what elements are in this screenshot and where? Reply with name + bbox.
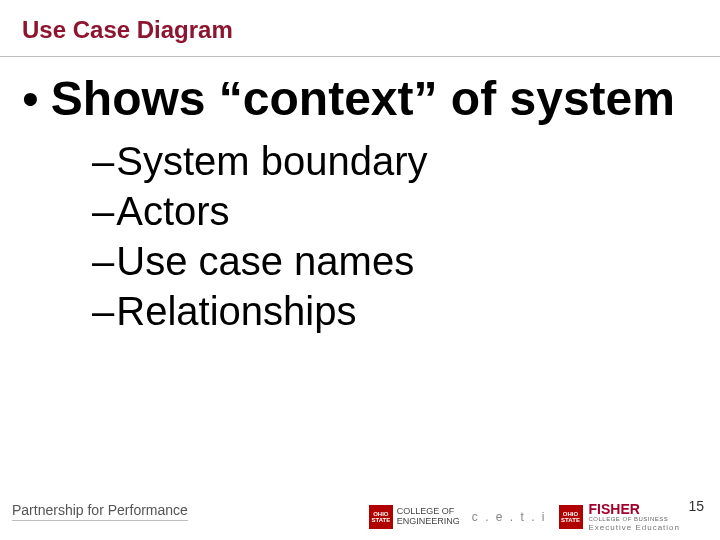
osu-icon: OHIO STATE (369, 505, 393, 529)
sub-text: Actors (116, 186, 229, 236)
engineering-line2: ENGINEERING (397, 517, 460, 527)
list-item: – Use case names (92, 236, 698, 286)
logo-strip: OHIO STATE COLLEGE OF ENGINEERING c . e … (369, 502, 680, 532)
sub-text: Relationships (116, 286, 356, 336)
osu-icon: OHIO STATE (559, 505, 583, 529)
sub-text: System boundary (116, 136, 427, 186)
osu-line2: STATE (561, 517, 580, 523)
slide-number: 15 (688, 498, 704, 514)
dash-icon: – (92, 236, 114, 286)
dash-icon: – (92, 136, 114, 186)
title-divider (0, 56, 720, 57)
footer-partnership-text: Partnership for Performance (12, 502, 188, 518)
bullet-item: • Shows “context” of system (22, 72, 698, 126)
fisher-sub2: Executive Education (589, 524, 681, 532)
osu-line2: STATE (371, 517, 390, 523)
bullet-dot-icon: • (22, 72, 39, 126)
bullet-text: Shows “context” of system (51, 72, 675, 126)
fisher-sub1: COLLEGE OF BUSINESS (589, 516, 681, 522)
fisher-logo: OHIO STATE FISHER COLLEGE OF BUSINESS Ex… (559, 502, 681, 532)
list-item: – Actors (92, 186, 698, 236)
list-item: – Relationships (92, 286, 698, 336)
slide: Use Case Diagram • Shows “context” of sy… (0, 0, 720, 540)
slide-title: Use Case Diagram (22, 16, 233, 44)
content-area: • Shows “context” of system – System bou… (22, 72, 698, 336)
osu-engineering-logo: OHIO STATE COLLEGE OF ENGINEERING (369, 505, 460, 529)
footer: Partnership for Performance OHIO STATE C… (0, 498, 720, 540)
fisher-text: FISHER COLLEGE OF BUSINESS Executive Edu… (589, 502, 681, 532)
dash-icon: – (92, 186, 114, 236)
footer-underline (12, 520, 188, 521)
dash-icon: – (92, 286, 114, 336)
engineering-text: COLLEGE OF ENGINEERING (397, 507, 460, 527)
fisher-main: FISHER (589, 502, 681, 516)
sub-text: Use case names (116, 236, 414, 286)
sub-list: – System boundary – Actors – Use case na… (92, 136, 698, 336)
list-item: – System boundary (92, 136, 698, 186)
ceti-logo: c . e . t . i (472, 510, 547, 524)
